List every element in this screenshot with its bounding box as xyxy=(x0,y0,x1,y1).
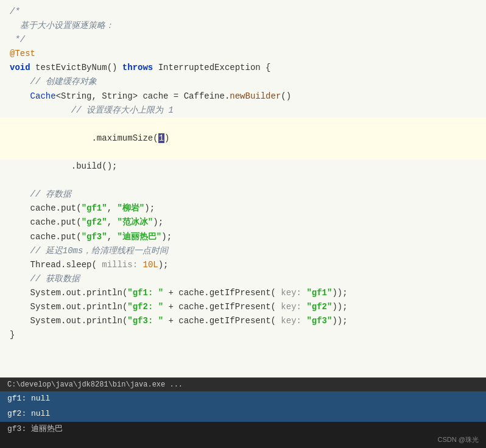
output-panel: C:\develop\java\jdk8281\bin\java.exe ...… xyxy=(0,377,486,448)
line-cache-decl: Cache<String, String> cache = Caffeine.n… xyxy=(10,89,476,103)
watermark: CSDN @珠光 xyxy=(438,435,479,444)
line-comment-store: // 存数据 xyxy=(10,187,476,201)
output-line-1: gf1: null xyxy=(0,391,486,407)
line-comment-create: // 创建缓存对象 xyxy=(10,75,476,89)
output-line-2: gf2: null xyxy=(0,407,486,422)
line-put3: cache.put("gf3", "迪丽热巴"); xyxy=(10,230,476,244)
line-comment-get: // 获取数据 xyxy=(10,272,476,286)
line-method-sig: void testEvictByNum() throws Interrupted… xyxy=(10,61,476,75)
line-put1: cache.put("gf1", "柳岩"); xyxy=(10,201,476,215)
line-println3: System.out.println("gf3: " + cache.getIf… xyxy=(10,314,476,328)
line-build: .build(); xyxy=(10,159,476,173)
line-sleep: Thread.sleep( millis: 10L); xyxy=(10,258,476,272)
line-comment-2: 基于大小设置驱逐策略： xyxy=(10,19,476,33)
output-header: C:\develop\java\jdk8281\bin\java.exe ... xyxy=(0,378,486,391)
code-editor: /* 基于大小设置驱逐策略： */ @Test void testEvictBy… xyxy=(0,0,486,377)
line-comment-max: // 设置缓存大小上限为 1 xyxy=(10,103,476,117)
line-maxsize: .maximumSize(1) xyxy=(0,117,486,159)
line-put2: cache.put("gf2", "范冰冰"); xyxy=(10,215,476,229)
line-println1: System.out.println("gf1: " + cache.getIf… xyxy=(10,286,476,300)
line-comment-sleep: // 延迟10ms，给清理线程一点时间 xyxy=(10,244,476,258)
line-comment-1: /* xyxy=(10,5,476,19)
line-blank xyxy=(10,173,476,187)
line-annotation: @Test xyxy=(10,47,476,61)
line-close-brace: } xyxy=(10,328,476,342)
output-line-3: gf3: 迪丽热巴 xyxy=(0,422,486,437)
line-println2: System.out.println("gf2: " + cache.getIf… xyxy=(10,300,476,314)
line-comment-3: */ xyxy=(10,33,476,47)
